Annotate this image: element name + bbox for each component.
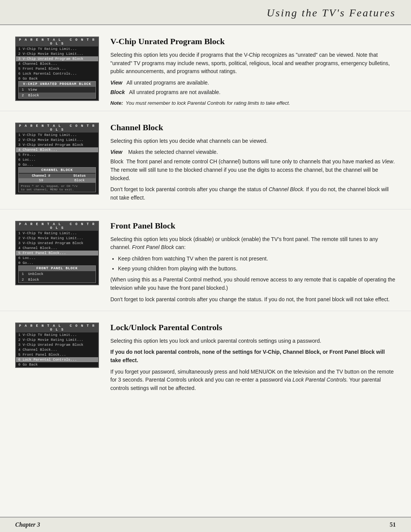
section-heading-frontpanel: Front Panel Block	[110, 221, 396, 231]
screen3-item3: 3 V-Chip Unrated Program Block	[16, 241, 98, 246]
block-line: Block All unrated programs are not avail…	[110, 88, 396, 96]
screen1-popup-block: 2 Block	[19, 93, 96, 98]
tv-screenshot-frontpanel: P A R E N T A L C O N T R O L S 1 V-Chip…	[15, 221, 99, 307]
section-text-frontpanel: Front Panel Block Selecting this option …	[110, 221, 396, 307]
chapter-label: Chapter 3	[15, 521, 40, 528]
screen4-item2: 2 V-Chip Movie Rating Limit...	[16, 337, 98, 342]
screen1-popup-view: 1 View	[19, 87, 96, 93]
lock-bold-warning: If you do not lock parental controls, no…	[110, 348, 396, 364]
col-channel: Channel #	[19, 174, 64, 178]
screen2-item2: 2 V-Chip Movie Rating Limit...	[16, 137, 98, 142]
section-channel-block: P A R E N T A L C O N T R O L S 1 V-Chip…	[0, 111, 411, 209]
screen1-item1: 1 V-Chip TV Rating Limit...	[16, 46, 98, 51]
tv-screen-4: P A R E N T A L C O N T R O L S 1 V-Chip…	[15, 323, 99, 368]
frontpanel-body3: Don't forget to lock parental controls a…	[110, 296, 396, 304]
view-text: All unrated programs are available.	[126, 80, 209, 86]
screen3-item1: 1 V-Chip TV Rating Limit...	[16, 231, 98, 236]
screen2-item7: 0 Go...	[16, 162, 98, 167]
screen3-item7: 0 Go...	[16, 260, 98, 265]
tv-screenshot-channel: P A R E N T A L C O N T R O L S 1 V-Chip…	[15, 123, 99, 205]
section-channel-body1: Selecting this option lets you decide wh…	[110, 137, 396, 145]
page-number: 51	[390, 521, 396, 528]
section-vchip-body1: Selecting this option lets you decide if…	[110, 51, 396, 76]
section-heading-vchip: V-Chip Unrated Program Block	[110, 37, 396, 46]
page-header: Using the TV's Features	[0, 0, 411, 25]
screen4-item7: 0 Go Back	[16, 362, 98, 367]
section-text-lock: Lock/Unlock Parental Controls Selecting …	[110, 323, 396, 396]
press-note: Press ^ or v, keypad, or CH ^/vto set ch…	[19, 184, 96, 192]
screen4-item1: 1 V-Chip TV Rating Limit...	[16, 332, 98, 337]
tv-screen-2: P A R E N T A L C O N T R O L S 1 V-Chip…	[15, 123, 99, 195]
frontpanel-body2: (When using this as a Parental Control m…	[110, 276, 396, 292]
section-heading-channel: Channel Block	[110, 123, 396, 133]
screen4-header: P A R E N T A L C O N T R O L S	[16, 323, 98, 332]
screen3-item6: 6 Loc...	[16, 256, 98, 260]
screen2-item3: 3 V-Chip Unrated Program Block	[16, 142, 98, 147]
screen2-header: P A R E N T A L C O N T R O L S	[16, 123, 98, 133]
screen2-item6: 6 Loc...	[16, 157, 98, 162]
screen3-item2: 2 V-Chip Movie Rating Limit...	[16, 236, 98, 241]
screen4-item6: 6 Lock Parental Controls...	[16, 357, 98, 362]
channel-status: Block	[64, 178, 96, 183]
channel-body2: Don't forget to lock parental controls a…	[110, 185, 396, 202]
section-text-channel: Channel Block Selecting this option lets…	[110, 123, 396, 205]
screen3-popup-block: 2 Block	[19, 277, 96, 283]
section-heading-lock: Lock/Unlock Parental Controls	[110, 323, 396, 332]
screen1-item2: 2 V-Chip Movie Rating Limit...	[16, 51, 98, 56]
screen3-item5: 5 Front Panel Block...	[16, 251, 98, 256]
channel-table: Channel # Status 59 Block	[19, 174, 96, 183]
screen2-item5: 5 Fro...	[16, 152, 98, 157]
screen1-item4: 4 Cha​nnel Block...	[16, 61, 98, 66]
frontpanel-bullet2: Keep young children from playing with th…	[118, 265, 396, 273]
screen2-item4: 4 Channel Block...	[16, 147, 98, 152]
frontpanel-bullet1: Keep children from watching TV when the …	[118, 255, 396, 263]
lock-body2: If you forget your password, simultaneou…	[110, 368, 396, 393]
screen1-item7: 0 Go Back	[16, 76, 98, 81]
page-title: Using the TV's Features	[15, 7, 396, 19]
view-line: View All unrated programs are available.	[110, 79, 396, 87]
screen1-popup: V-CHIP UNRATED PROGRAM BLOCK 1 View 2 Bl…	[18, 81, 96, 99]
block-label: Block	[110, 89, 125, 95]
screen3-item4: 4 Channel Block...	[16, 246, 98, 251]
screen3-popup: FRONT PANEL BLOCK 1 Unblock 2 Block	[18, 265, 96, 283]
col-status: Status	[64, 174, 96, 178]
screen1-item3: 3 V-Chip Unrated Program Block	[16, 56, 98, 61]
tv-screen-1: P A R E N T A L C O N T R O L S 1 V-Chip…	[15, 37, 99, 101]
section-vchip-unrated: P A R E N T A L C O N T R O L S 1 V-Chip…	[0, 25, 411, 111]
page-footer: Chapter 3 51	[0, 517, 411, 532]
note-line: Note: You must remember to lock Parental…	[110, 99, 396, 107]
block-text: All unrated programs are not available.	[129, 89, 220, 95]
section-text-vchip: V-Chip Unrated Program Block Selecting t…	[110, 37, 396, 107]
frontpanel-body1: Selecting this option lets you block (di…	[110, 235, 396, 252]
channel-number: 59	[19, 178, 64, 183]
screen4-item3: 3 V-Chip Unrated Program Block	[16, 342, 98, 347]
screen3-popup-unblock: 1 Unblock	[19, 271, 96, 277]
screen1-popup-header: V-CHIP UNRATED PROGRAM BLOCK	[19, 81, 96, 87]
lock-body1: Selecting this option lets you lock and …	[110, 337, 396, 345]
channel-block-text: Block The front panel and remote control…	[110, 158, 396, 182]
screen1-header: P A R E N T A L C O N T R O L S	[16, 37, 98, 46]
note-text: You must remember to lock Parental Contr…	[126, 100, 290, 106]
screen1-item5: 5 Front Panel Block...	[16, 66, 98, 71]
channel-view-label: View	[110, 149, 122, 155]
note-label: Note:	[110, 100, 123, 106]
channel-block-label: Block	[110, 158, 123, 165]
section-lock-unlock: P A R E N T A L C O N T R O L S 1 V-Chip…	[0, 311, 411, 399]
channel-view-line: View Makes the selected channel viewable…	[110, 148, 396, 156]
screen4-item4: 4 Channel Block...	[16, 347, 98, 352]
screen1-item6: 6 Lock Parental Controls...	[16, 71, 98, 76]
frontpanel-bullets: Keep children from watching TV when the …	[118, 255, 396, 273]
tv-screen-3: P A R E N T A L C O N T R O L S 1 V-Chip…	[15, 221, 99, 285]
screen2-item1: 1 V-Chip TV Rating Limit...	[16, 133, 98, 137]
tv-screenshot-lock: P A R E N T A L C O N T R O L S 1 V-Chip…	[15, 323, 99, 396]
screen2-popup-header: CHANNEL BLOCK	[19, 168, 96, 173]
screen3-header: P A R E N T A L C O N T R O L S	[16, 222, 98, 231]
channel-view-text: Makes the selected channel viewable.	[128, 149, 218, 155]
view-label: View	[110, 80, 122, 86]
section-front-panel: P A R E N T A L C O N T R O L S 1 V-Chip…	[0, 209, 411, 311]
screen4-item5: 5 Front Panel Block...	[16, 352, 98, 357]
screen3-popup-header: FRONT PANEL BLOCK	[19, 266, 96, 271]
tv-screenshot-vchip: P A R E N T A L C O N T R O L S 1 V-Chip…	[15, 37, 99, 107]
screen2-popup: CHANNEL BLOCK Channel # Status 59 Block …	[18, 167, 96, 192]
content-area: P A R E N T A L C O N T R O L S 1 V-Chip…	[0, 25, 411, 422]
